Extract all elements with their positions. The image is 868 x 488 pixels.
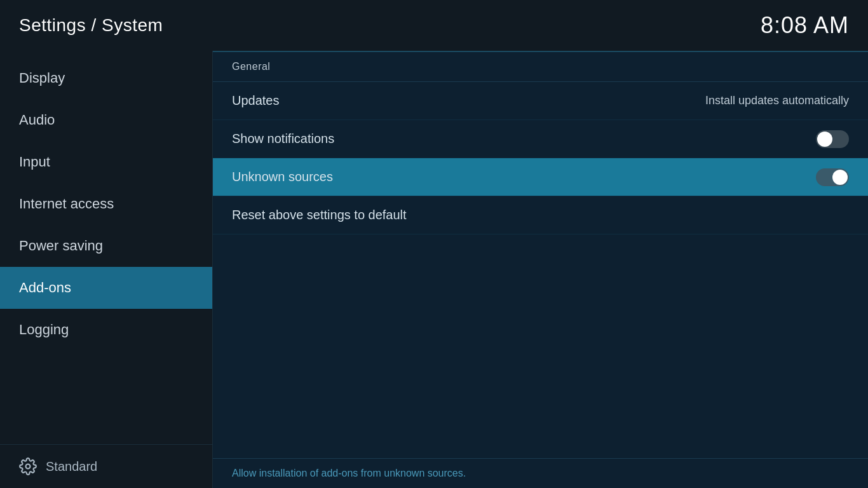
sidebar-item-add-ons[interactable]: Add-ons <box>0 267 212 309</box>
svg-point-0 <box>26 464 31 469</box>
header: Settings / System 8:08 AM <box>0 0 868 51</box>
setting-row-updates[interactable]: UpdatesInstall updates automatically <box>213 82 868 120</box>
content-footer: Allow installation of add-ons from unkno… <box>213 458 868 488</box>
setting-value-updates: Install updates automatically <box>705 94 849 107</box>
gear-icon <box>19 458 37 475</box>
section-header: General <box>213 52 868 82</box>
settings-list: UpdatesInstall updates automaticallyShow… <box>213 82 868 458</box>
sidebar-item-audio[interactable]: Audio <box>0 99 212 141</box>
setting-row-show-notifications[interactable]: Show notifications <box>213 120 868 158</box>
setting-label-updates: Updates <box>232 93 280 108</box>
toggle-knob-show-notifications <box>817 132 832 147</box>
app-container: Settings / System 8:08 AM DisplayAudioIn… <box>0 0 868 488</box>
setting-label-show-notifications: Show notifications <box>232 132 334 146</box>
sidebar-standard-label: Standard <box>46 459 97 474</box>
sidebar-item-display[interactable]: Display <box>0 57 212 99</box>
toggle-unknown-sources[interactable] <box>816 168 849 186</box>
sidebar: DisplayAudioInputInternet accessPower sa… <box>0 51 213 488</box>
footer-hint: Allow installation of add-ons from unkno… <box>232 468 466 478</box>
setting-label-unknown-sources: Unknown sources <box>232 170 333 184</box>
page-title: Settings / System <box>19 15 163 36</box>
main-layout: DisplayAudioInputInternet accessPower sa… <box>0 51 868 488</box>
sidebar-nav: DisplayAudioInputInternet accessPower sa… <box>0 51 212 444</box>
clock: 8:08 AM <box>761 12 849 39</box>
setting-row-unknown-sources[interactable]: Unknown sources <box>213 158 868 196</box>
setting-label-reset-above: Reset above settings to default <box>232 208 407 222</box>
toggle-show-notifications[interactable] <box>816 130 849 148</box>
sidebar-item-power-saving[interactable]: Power saving <box>0 225 212 267</box>
setting-row-reset-above[interactable]: Reset above settings to default <box>213 196 868 234</box>
sidebar-item-internet-access[interactable]: Internet access <box>0 183 212 225</box>
content-area: General UpdatesInstall updates automatic… <box>213 51 868 488</box>
sidebar-footer: Standard <box>0 444 212 488</box>
sidebar-item-logging[interactable]: Logging <box>0 309 212 351</box>
toggle-knob-unknown-sources <box>832 170 848 185</box>
sidebar-item-input[interactable]: Input <box>0 141 212 183</box>
